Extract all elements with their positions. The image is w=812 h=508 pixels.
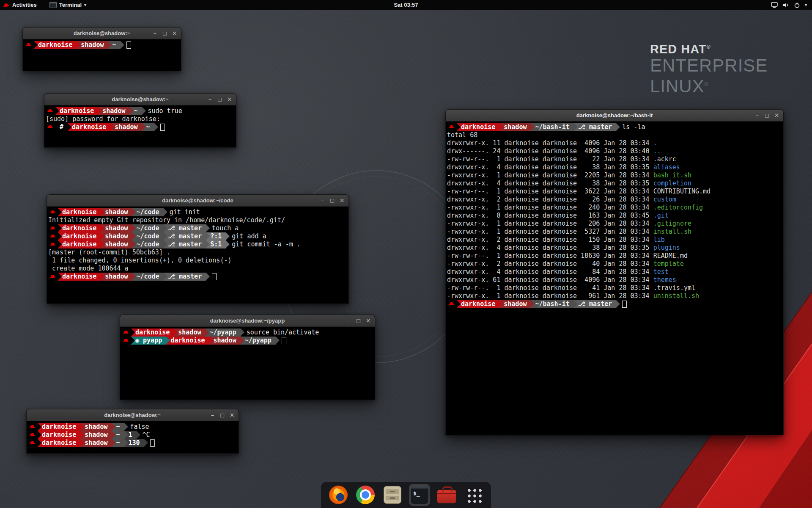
window-title: darknoise@shadow:~ [74, 30, 130, 36]
prompt-segment-host: shadow [80, 439, 112, 447]
titlebar[interactable]: darknoise@shadow:~/bash-it – □ × [446, 110, 783, 121]
filename: uninstall.sh [653, 292, 699, 300]
prompt-segment-git: ⎇ master [574, 300, 617, 308]
maximize-button[interactable]: □ [219, 412, 225, 418]
terminal-content[interactable]: darknoiseshadow~/pyappsource bin/activat… [120, 327, 375, 400]
prompt-segment-host: shadow [80, 431, 112, 439]
brand-linux: LINUX® [650, 75, 768, 96]
prompt-segment-user: darknoise [38, 439, 80, 447]
close-button[interactable]: × [339, 197, 345, 204]
titlebar[interactable]: darknoise@shadow:~ – □ × [44, 94, 236, 105]
command-text: source bin/activate [247, 329, 319, 336]
prompt-segment-user: darknoise [55, 107, 98, 115]
titlebar[interactable]: darknoise@shadow:~/pyapp – □ × [120, 315, 375, 327]
maximize-button[interactable]: □ [217, 96, 223, 102]
window-title: darknoise@shadow:~ [112, 96, 168, 102]
titlebar[interactable]: darknoise@shadow:~ – □ × [27, 409, 239, 421]
prompt-segment-user: darknoise [58, 224, 101, 232]
prompt-segment-host: shadow [101, 232, 132, 240]
prompt-segment-user: darknoise [58, 273, 101, 281]
terminal-cursor [150, 439, 155, 447]
command-text: false [130, 423, 149, 431]
filename: completion [653, 179, 691, 187]
prompt-segment-host: shadow [209, 337, 241, 345]
terminal-output-line: -rwxrwxr-x. 1 darknoise darknoise 2205 J… [447, 171, 782, 179]
prompt-segment-user: darknoise [457, 300, 499, 308]
dock-item-chrome[interactable] [355, 484, 376, 506]
dock-item-terminal[interactable] [409, 484, 430, 506]
prompt-segment-git: ⎇ master [164, 240, 206, 248]
dock-item-appgrid[interactable] [463, 484, 484, 506]
terminal-content[interactable]: darknoiseshadow~ [23, 39, 181, 71]
maximize-button[interactable]: □ [764, 112, 770, 119]
prompt-segment-user: darknoise [38, 431, 80, 439]
prompt-segment-path: ~/bash-it [531, 300, 573, 308]
filename: install.sh [653, 228, 691, 235]
terminal-content[interactable]: darknoiseshadow~sudo true[sudo] password… [44, 105, 236, 147]
close-button[interactable]: × [226, 96, 233, 102]
maximize-button[interactable]: □ [162, 30, 168, 36]
prompt-segment-icon [46, 107, 55, 115]
terminal-window-code: darknoise@shadow:~/code – □ × darknoises… [47, 194, 349, 304]
minimize-button[interactable]: – [754, 112, 760, 119]
power-icon [794, 2, 800, 8]
filename: README.md [653, 252, 688, 260]
prompt-segment-venv: ◉ pyapp [131, 337, 166, 345]
minimize-button[interactable]: – [152, 30, 158, 36]
minimize-button[interactable]: – [346, 318, 352, 324]
close-button[interactable]: × [774, 112, 780, 119]
filename: .travis.yml [653, 284, 695, 292]
prompt-segment-path: ~/code [132, 273, 163, 281]
terminal-window-sudo: darknoise@shadow:~ – □ × darknoiseshadow… [44, 93, 236, 148]
titlebar[interactable]: darknoise@shadow:~/code – □ × [47, 195, 348, 207]
terminal-window-home-1: darknoise@shadow:~ – □ × darknoiseshadow… [22, 27, 181, 71]
volume-icon [782, 2, 789, 8]
prompt-segment-icon [24, 41, 34, 49]
terminal-output-line: -rwxrwxr-x. 2 darknoise darknoise 40 Jan… [447, 260, 782, 268]
minimize-button[interactable]: – [209, 412, 216, 418]
system-status-area[interactable]: ▾ [766, 0, 812, 10]
clock[interactable]: Sat 03:57 [390, 0, 421, 10]
app-menu-terminal[interactable]: Terminal ▾ [46, 0, 90, 10]
terminal-output-line: drwx------. 24 darknoise darknoise 4096 … [447, 147, 782, 155]
terminal-content[interactable]: darknoiseshadow~/bash-it⎇ masterls -lato… [446, 121, 783, 435]
terminal-content[interactable]: darknoiseshadow~falsedarknoiseshadow~1^C… [27, 421, 239, 453]
prompt-segment-icon [447, 123, 457, 131]
dock-item-toolbox[interactable] [436, 484, 457, 506]
terminal-output-line: create mode 100644 a [48, 265, 348, 273]
maximize-button[interactable]: □ [355, 318, 362, 324]
close-button[interactable]: × [171, 30, 178, 36]
close-button[interactable]: × [365, 318, 371, 324]
prompt-segment-path: ~/pyapp [241, 337, 276, 345]
terminal-prompt-line: darknoiseshadow~/bash-it⎇ masterls -la [447, 123, 782, 131]
prompt-segment-icon [48, 240, 58, 248]
filename: .git [653, 212, 669, 219]
prompt-segment-path: ~/bash-it [531, 123, 573, 131]
prompt-segment-git: ⎇ master [164, 224, 206, 232]
minimize-button[interactable]: – [207, 96, 213, 102]
terminal-output-line: -rw-rw-r--. 1 darknoise darknoise 18630 … [447, 252, 782, 260]
prompt-segment-path: ~/pyapp [205, 329, 240, 337]
terminal-output-line: -rwxrwxr-x. 1 darknoise darknoise 240 Ja… [447, 204, 782, 212]
maximize-button[interactable]: □ [329, 197, 335, 204]
terminal-output-line: drwxrwxr-x. 4 darknoise darknoise 84 Jan… [447, 268, 782, 276]
terminal-output-line: drwxrwxr-x. 11 darknoise darknoise 4096 … [447, 139, 782, 147]
prompt-segment-icon [121, 329, 131, 337]
terminal-prompt-line: darknoiseshadow~/code⎇ masterS:1git comm… [48, 240, 348, 248]
activities-button[interactable]: Activities [0, 0, 40, 10]
terminal-output-line: -rwxrwxr-x. 1 darknoise darknoise 206 Ja… [447, 220, 782, 228]
prompt-segment-host: shadow [499, 300, 531, 308]
dock-item-firefox[interactable] [328, 484, 349, 506]
activities-label: Activities [12, 2, 37, 8]
close-button[interactable]: × [229, 412, 235, 418]
terminal-content[interactable]: darknoiseshadow~/codegit initInitialized… [47, 207, 348, 304]
filename: lib [653, 236, 665, 243]
terminal-icon [410, 486, 429, 504]
dock-item-files[interactable] [382, 484, 403, 506]
minimize-button[interactable]: – [319, 197, 326, 204]
prompt-segment-host: shadow [101, 208, 132, 216]
titlebar[interactable]: darknoise@shadow:~ – □ × [23, 28, 181, 39]
prompt-segment-user: darknoise [58, 232, 101, 240]
command-text: touch a [212, 224, 239, 232]
terminal-prompt-line: darknoiseshadow~/code⎇ mastertouch a [48, 224, 348, 232]
